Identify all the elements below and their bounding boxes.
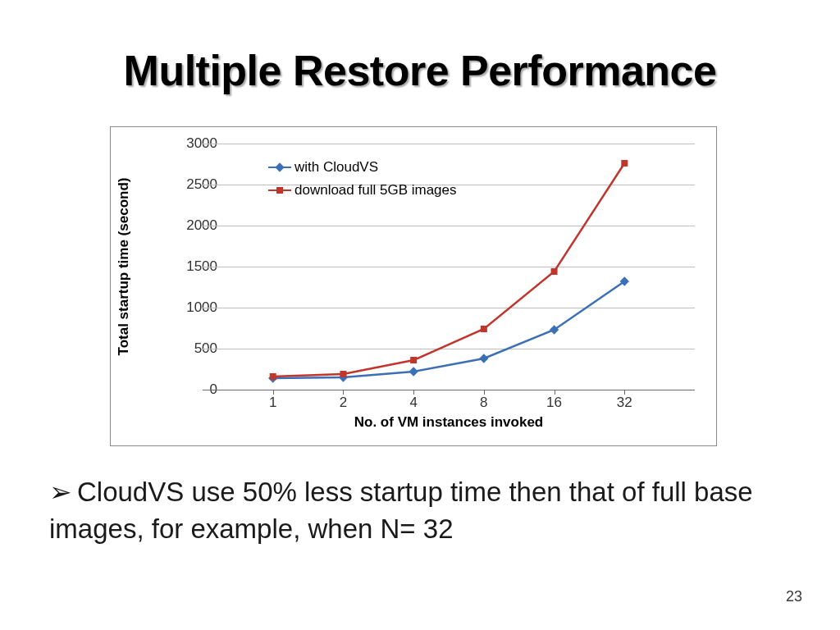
legend-label: with CloudVS bbox=[294, 157, 378, 178]
slide: Multiple Restore Performance Total start… bbox=[0, 0, 840, 630]
x-tick-label: 4 bbox=[397, 395, 430, 411]
diamond-icon bbox=[275, 162, 284, 171]
square-icon bbox=[551, 268, 558, 275]
page-title: Multiple Restore Performance bbox=[0, 46, 840, 95]
square-icon bbox=[481, 326, 487, 332]
bullet-arrow-icon: ➢ bbox=[49, 474, 72, 511]
x-axis-line bbox=[203, 390, 695, 390]
diamond-icon bbox=[479, 354, 488, 363]
square-icon bbox=[276, 187, 283, 194]
legend: with CloudVS download full 5GB images bbox=[268, 157, 457, 203]
x-tick-label: 1 bbox=[257, 395, 290, 411]
y-axis-label: Total startup time (second) bbox=[116, 89, 132, 267]
x-tick-label: 8 bbox=[468, 395, 500, 411]
x-tick-label: 16 bbox=[538, 395, 571, 411]
chart-container: Total startup time (second) 050010001500… bbox=[110, 126, 717, 446]
diamond-icon bbox=[409, 367, 418, 376]
legend-item: with CloudVS bbox=[268, 157, 457, 178]
square-icon bbox=[270, 373, 276, 380]
legend-item: download full 5GB images bbox=[268, 180, 457, 201]
x-tick-label: 2 bbox=[326, 395, 359, 411]
x-axis-label: No. of VM instances invoked bbox=[203, 414, 695, 431]
legend-label: download full 5GB images bbox=[294, 180, 457, 201]
legend-swatch bbox=[268, 167, 291, 168]
legend-swatch bbox=[268, 189, 291, 191]
bullet-item: ➢CloudVS use 50% less startup time then … bbox=[49, 474, 771, 547]
page-number: 23 bbox=[786, 588, 802, 605]
square-icon bbox=[621, 160, 628, 167]
square-icon bbox=[340, 371, 346, 377]
square-icon bbox=[410, 357, 417, 363]
bullet-text: CloudVS use 50% less startup time then t… bbox=[49, 477, 753, 544]
series-line bbox=[273, 281, 625, 378]
x-tick-label: 32 bbox=[608, 395, 641, 411]
